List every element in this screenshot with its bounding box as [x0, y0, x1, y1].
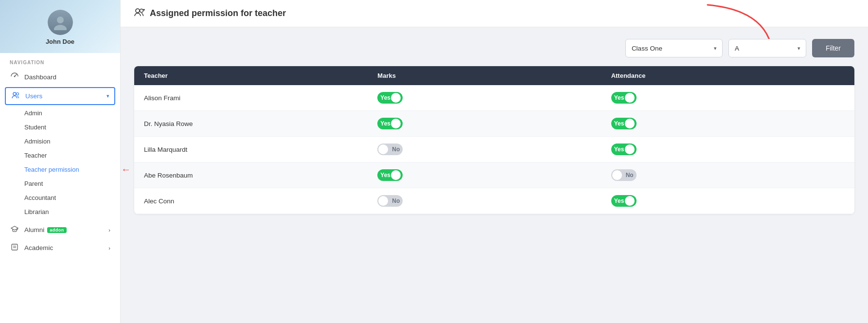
attendance-toggle[interactable]: Yes	[611, 195, 637, 207]
filter-row: Class One Class Two Class Three ▾ A B C …	[134, 39, 854, 57]
sidebar-item-parent[interactable]: Parent	[0, 177, 120, 191]
content-area: Class One Class Two Class Three ▾ A B C …	[121, 27, 868, 323]
attendance-toggle[interactable]: No	[611, 169, 637, 181]
table-row: Abe Rosenbaum Yes No	[134, 162, 854, 188]
marks-toggle-cell[interactable]: Yes	[377, 169, 611, 181]
svg-point-11	[140, 9, 143, 13]
marks-toggle[interactable]: No	[377, 144, 403, 155]
section-select[interactable]: A B C	[728, 39, 806, 57]
table-header: Teacher Marks Attendance	[134, 66, 854, 85]
class-select-wrapper: Class One Class Two Class Three ▾	[625, 39, 723, 57]
sidebar-header: John Doe	[0, 0, 120, 53]
table-row: Alison Frami Yes Yes	[134, 85, 854, 111]
sidebar-item-teacher-permission[interactable]: Teacher permission ←	[0, 162, 120, 177]
table-row: Lilla Marquardt No Yes	[134, 137, 854, 162]
table-row: Alec Conn No Yes	[134, 188, 854, 214]
attendance-toggle-cell[interactable]: No	[611, 169, 845, 181]
sidebar-username: John Doe	[46, 38, 74, 45]
teacher-name: Lilla Marquardt	[144, 146, 377, 153]
dashboard-label: Dashboard	[24, 73, 56, 81]
dashboard-icon	[10, 72, 19, 82]
users-icon	[11, 91, 20, 101]
sidebar-item-librarian[interactable]: Librarian	[0, 205, 120, 219]
alumni-icon	[10, 225, 19, 234]
svg-point-4	[13, 92, 16, 95]
alumni-chevron-icon: ›	[108, 227, 110, 233]
class-select[interactable]: Class One Class Two Class Three	[625, 39, 723, 57]
marks-toggle[interactable]: Yes	[377, 118, 403, 129]
svg-point-1	[54, 25, 67, 30]
attendance-toggle[interactable]: Yes	[611, 144, 637, 155]
page-title: Assigned permission for teacher	[150, 8, 286, 18]
svg-point-0	[57, 17, 64, 23]
marks-toggle-cell[interactable]: No	[377, 144, 611, 155]
table-row: Dr. Nyasia Rowe Yes Yes	[134, 111, 854, 137]
sidebar-item-accountant[interactable]: Accountant	[0, 191, 120, 205]
data-table: Teacher Marks Attendance Alison Frami Ye…	[134, 66, 854, 214]
teacher-name: Alec Conn	[144, 197, 377, 205]
filter-button[interactable]: Filter	[812, 39, 854, 57]
section-select-wrapper: A B C ▾	[728, 39, 806, 57]
attendance-toggle-cell[interactable]: Yes	[611, 195, 845, 207]
marks-toggle[interactable]: No	[377, 195, 403, 207]
chevron-down-icon: ▾	[106, 93, 109, 99]
sidebar-item-teacher[interactable]: Teacher	[0, 148, 120, 162]
attendance-toggle[interactable]: Yes	[611, 92, 637, 104]
nav-section-label: NAVIGATION	[0, 53, 120, 68]
svg-point-10	[136, 9, 140, 13]
attendance-toggle-cell[interactable]: Yes	[611, 144, 845, 155]
sidebar: John Doe NAVIGATION Dashboard Users ▾ Ad…	[0, 0, 121, 323]
academic-icon	[10, 243, 19, 252]
marks-toggle-cell[interactable]: No	[377, 195, 611, 207]
academic-label: Academic	[24, 244, 53, 251]
sidebar-item-academic[interactable]: Academic ›	[0, 239, 120, 257]
col-teacher: Teacher	[144, 72, 377, 79]
academic-chevron-icon: ›	[108, 245, 110, 251]
marks-toggle-cell[interactable]: Yes	[377, 92, 611, 104]
page-header-icon	[134, 8, 145, 19]
svg-point-5	[17, 93, 19, 95]
attendance-toggle-cell[interactable]: Yes	[611, 118, 845, 129]
sidebar-item-admin[interactable]: Admin	[0, 106, 120, 120]
marks-toggle-cell[interactable]: Yes	[377, 118, 611, 129]
attendance-toggle-cell[interactable]: Yes	[611, 92, 845, 104]
avatar	[48, 10, 73, 35]
col-marks: Marks	[377, 72, 611, 79]
users-label: Users	[25, 92, 42, 100]
alumni-label: Alumni	[24, 226, 44, 233]
teacher-name: Dr. Nyasia Rowe	[144, 120, 377, 127]
page-header: Assigned permission for teacher	[121, 0, 868, 27]
svg-rect-7	[12, 244, 18, 250]
sidebar-item-dashboard[interactable]: Dashboard	[0, 68, 120, 86]
attendance-toggle[interactable]: Yes	[611, 118, 637, 129]
main-content: Assigned permission for teacher Class On…	[121, 0, 868, 323]
marks-toggle[interactable]: Yes	[377, 169, 403, 181]
sidebar-item-alumni[interactable]: Alumni addon ›	[0, 221, 120, 239]
teacher-name: Alison Frami	[144, 94, 377, 102]
col-attendance: Attendance	[611, 72, 845, 79]
sidebar-item-users[interactable]: Users ▾	[5, 87, 115, 105]
svg-point-3	[14, 76, 16, 77]
alumni-badge: addon	[47, 227, 67, 233]
marks-toggle[interactable]: Yes	[377, 92, 403, 104]
teacher-name: Abe Rosenbaum	[144, 172, 377, 179]
sidebar-item-admision[interactable]: Admision	[0, 134, 120, 148]
sidebar-item-student[interactable]: Student	[0, 120, 120, 134]
